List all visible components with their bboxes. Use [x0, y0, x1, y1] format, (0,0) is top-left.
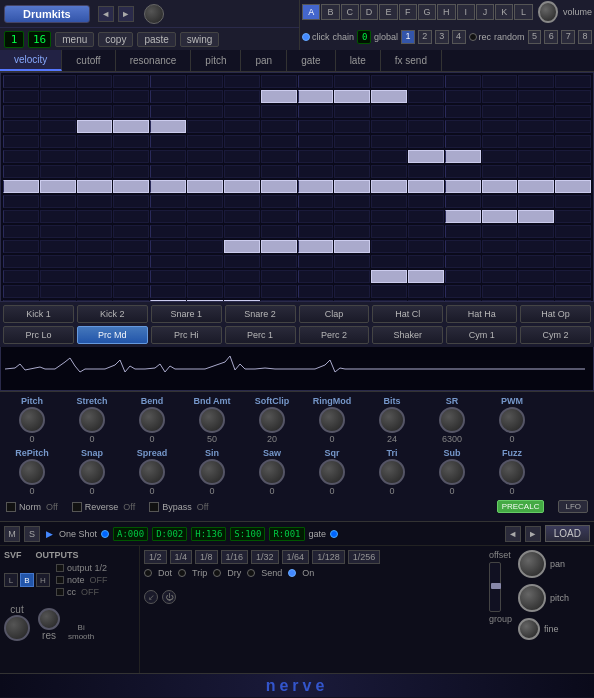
- seq-cell-14-13[interactable]: [482, 285, 518, 298]
- seq-cell-4-10[interactable]: [371, 135, 407, 148]
- seq-cell-15-6[interactable]: [224, 300, 260, 302]
- seq-cell-3-14[interactable]: [518, 120, 554, 133]
- seq-cell-6-7[interactable]: [261, 165, 297, 178]
- cc-checkbox[interactable]: [56, 588, 64, 596]
- seq-cell-6-5[interactable]: [187, 165, 223, 178]
- seq-cell-0-14[interactable]: [518, 75, 554, 88]
- seq-cell-5-12[interactable]: [445, 150, 481, 163]
- letter-H[interactable]: H: [437, 4, 455, 20]
- seq-cell-5-8[interactable]: [298, 150, 334, 163]
- seq-cell-1-6[interactable]: [224, 90, 260, 103]
- seq-cell-1-8[interactable]: [298, 90, 334, 103]
- sin-knob[interactable]: [199, 459, 225, 485]
- seq-cell-13-9[interactable]: [334, 270, 370, 283]
- seq-cell-15-10[interactable]: [371, 300, 407, 302]
- seq-cell-7-2[interactable]: [77, 180, 113, 193]
- seq-cell-12-6[interactable]: [224, 255, 260, 268]
- trip-radio[interactable]: [178, 569, 186, 577]
- seq-cell-6-4[interactable]: [150, 165, 186, 178]
- letter-I[interactable]: I: [457, 4, 475, 20]
- seq-cell-13-12[interactable]: [445, 270, 481, 283]
- nav-left-button[interactable]: ◄: [505, 526, 521, 542]
- seq-cell-9-3[interactable]: [113, 210, 149, 223]
- seq-cell-14-11[interactable]: [408, 285, 444, 298]
- pad-snare1[interactable]: Snare 1: [151, 305, 222, 323]
- seq-cell-3-10[interactable]: [371, 120, 407, 133]
- seq-cell-9-6[interactable]: [224, 210, 260, 223]
- seq-cell-4-14[interactable]: [518, 135, 554, 148]
- tab-pitch[interactable]: pitch: [191, 50, 241, 71]
- seq-cell-15-4[interactable]: [150, 300, 186, 302]
- main-knob[interactable]: [144, 4, 164, 24]
- seq-cell-4-6[interactable]: [224, 135, 260, 148]
- tri-knob[interactable]: [379, 459, 405, 485]
- output1-checkbox[interactable]: [56, 564, 64, 572]
- num-btn-5[interactable]: 5: [528, 30, 542, 44]
- seq-cell-10-7[interactable]: [261, 225, 297, 238]
- m-button[interactable]: M: [4, 526, 20, 542]
- seq-cell-4-0[interactable]: [3, 135, 39, 148]
- seq-cell-5-3[interactable]: [113, 150, 149, 163]
- seq-cell-1-11[interactable]: [408, 90, 444, 103]
- seq-cell-7-9[interactable]: [334, 180, 370, 193]
- seq-cell-11-8[interactable]: [298, 240, 334, 253]
- seq-cell-4-2[interactable]: [77, 135, 113, 148]
- seq-cell-7-7[interactable]: [261, 180, 297, 193]
- seq-cell-13-1[interactable]: [40, 270, 76, 283]
- send-radio[interactable]: [247, 569, 255, 577]
- seq-cell-13-5[interactable]: [187, 270, 223, 283]
- dry-radio[interactable]: [213, 569, 221, 577]
- pad-prcmd[interactable]: Prc Md: [77, 326, 148, 344]
- click-radio[interactable]: [302, 33, 310, 41]
- seq-cell-12-10[interactable]: [371, 255, 407, 268]
- seq-cell-3-1[interactable]: [40, 120, 76, 133]
- softclip-knob[interactable]: [259, 407, 285, 433]
- seq-cell-9-2[interactable]: [77, 210, 113, 223]
- seq-cell-15-2[interactable]: [77, 300, 113, 302]
- seq-cell-10-10[interactable]: [371, 225, 407, 238]
- seq-cell-7-0[interactable]: [3, 180, 39, 193]
- seq-cell-12-7[interactable]: [261, 255, 297, 268]
- letter-J[interactable]: J: [476, 4, 494, 20]
- seq-cell-5-6[interactable]: [224, 150, 260, 163]
- seq-cell-4-1[interactable]: [40, 135, 76, 148]
- seq-cell-9-13[interactable]: [482, 210, 518, 223]
- s-button[interactable]: S: [24, 526, 40, 542]
- num-btn-2[interactable]: 2: [418, 30, 432, 44]
- seq-cell-15-3[interactable]: [113, 300, 149, 302]
- seq-cell-2-14[interactable]: [518, 105, 554, 118]
- seq-cell-1-13[interactable]: [482, 90, 518, 103]
- num-btn-6[interactable]: 6: [544, 30, 558, 44]
- seq-cell-13-2[interactable]: [77, 270, 113, 283]
- pad-perc2[interactable]: Perc 2: [299, 326, 370, 344]
- seq-cell-13-3[interactable]: [113, 270, 149, 283]
- note-128th[interactable]: 1/128: [312, 550, 345, 564]
- snap-knob[interactable]: [79, 459, 105, 485]
- seq-cell-10-14[interactable]: [518, 225, 554, 238]
- seq-cell-8-14[interactable]: [518, 195, 554, 208]
- seq-cell-5-0[interactable]: [3, 150, 39, 163]
- bend-knob[interactable]: [139, 407, 165, 433]
- letter-B[interactable]: B: [321, 4, 339, 20]
- seq-cell-7-13[interactable]: [482, 180, 518, 193]
- seq-cell-11-5[interactable]: [187, 240, 223, 253]
- seq-cell-7-14[interactable]: [518, 180, 554, 193]
- seq-cell-3-2[interactable]: [77, 120, 113, 133]
- seq-cell-0-12[interactable]: [445, 75, 481, 88]
- seq-cell-9-4[interactable]: [150, 210, 186, 223]
- seq-cell-3-12[interactable]: [445, 120, 481, 133]
- seq-cell-4-3[interactable]: [113, 135, 149, 148]
- seq-cell-8-3[interactable]: [113, 195, 149, 208]
- letter-E[interactable]: E: [379, 4, 397, 20]
- seq-cell-1-1[interactable]: [40, 90, 76, 103]
- pad-shaker[interactable]: Shaker: [372, 326, 443, 344]
- lbh-h-btn[interactable]: H: [36, 573, 50, 587]
- seq-cell-12-12[interactable]: [445, 255, 481, 268]
- seq-cell-14-2[interactable]: [77, 285, 113, 298]
- seq-cell-4-13[interactable]: [482, 135, 518, 148]
- rec-radio[interactable]: [469, 33, 477, 41]
- seq-cell-4-11[interactable]: [408, 135, 444, 148]
- seq-cell-9-15[interactable]: [555, 210, 591, 223]
- seq-cell-14-6[interactable]: [224, 285, 260, 298]
- pad-perc1[interactable]: Perc 1: [225, 326, 296, 344]
